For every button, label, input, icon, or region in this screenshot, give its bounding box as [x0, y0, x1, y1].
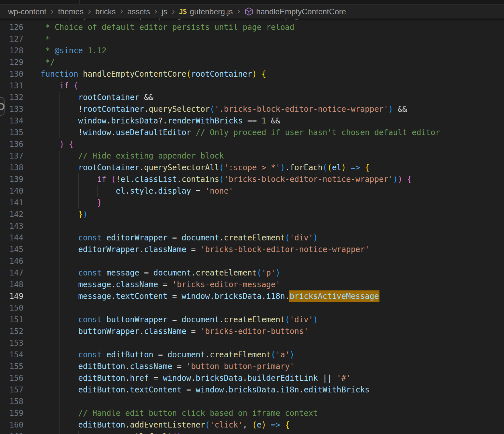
line-number[interactable]: 146: [0, 255, 23, 267]
code-line[interactable]: 139 if (!el.classList.contains('bricks-b…: [0, 173, 504, 185]
line-number[interactable]: 128: [0, 45, 23, 57]
code-editor[interactable]: 125 * Displays a notice prompting the us…: [0, 0, 504, 434]
code-line[interactable]: 134 window.bricksData?.renderWithBricks …: [0, 115, 504, 127]
line-number[interactable]: 150: [0, 302, 23, 314]
chevron-right-icon: [86, 9, 92, 15]
line-number[interactable]: 129: [0, 57, 23, 68]
chevron-right-icon: [49, 9, 55, 15]
line-number[interactable]: 144: [0, 232, 23, 244]
indent-guide: [60, 396, 60, 407]
line-number[interactable]: 153: [0, 337, 23, 349]
line-number[interactable]: 136: [0, 138, 23, 150]
code-line[interactable]: 127 *: [0, 33, 504, 45]
code-line[interactable]: 155 editButton.className = 'button butto…: [0, 361, 504, 372]
code-line[interactable]: 160 editButton.addEventListener('click',…: [0, 419, 504, 431]
code-line[interactable]: 131 if (: [0, 80, 504, 92]
line-number[interactable]: 149: [0, 290, 23, 302]
line-number[interactable]: 156: [0, 372, 23, 384]
floating-widget[interactable]: [0, 97, 5, 116]
code-text: editButton.className = 'button button-pr…: [41, 361, 294, 372]
indent-guide: [60, 220, 60, 232]
breadcrumb: wp-contentthemesbricksassetsjsJSgutenber…: [0, 5, 504, 19]
code-text: editButton.href = window.bricksData.buil…: [41, 372, 351, 384]
line-number[interactable]: 148: [0, 279, 23, 290]
line-number[interactable]: 161: [0, 431, 23, 434]
chevron-right-icon: [170, 9, 176, 15]
line-number[interactable]: 126: [0, 21, 23, 33]
code-line[interactable]: 159 // Handle edit button click based on…: [0, 407, 504, 419]
line-number[interactable]: 141: [0, 197, 23, 209]
code-text: const editorWrapper = document.createEle…: [41, 232, 318, 244]
code-line[interactable]: 138 rootContainer.querySelectorAll(':sco…: [0, 162, 504, 173]
line-number[interactable]: 138: [0, 162, 23, 173]
breadcrumb-item-bricks[interactable]: bricks: [95, 7, 116, 16]
code-line[interactable]: 130function handleEmptyContentCore(rootC…: [0, 68, 504, 80]
code-line[interactable]: 150: [0, 302, 504, 314]
code-line[interactable]: 141 }: [0, 197, 504, 209]
code-line[interactable]: 157 editButton.textContent = window.bric…: [0, 384, 504, 396]
breadcrumb-item-file[interactable]: gutenberg.js: [190, 7, 233, 16]
code-line[interactable]: 147 const message = document.createEleme…: [0, 267, 504, 279]
code-line[interactable]: 140 el.style.display = 'none': [0, 185, 504, 197]
line-number[interactable]: 151: [0, 314, 23, 326]
code-line[interactable]: 145 editorWrapper.className = 'bricks-bl…: [0, 244, 504, 255]
line-number[interactable]: 145: [0, 244, 23, 255]
line-number[interactable]: 131: [0, 80, 23, 92]
code-line[interactable]: 152 buttonWrapper.className = 'bricks-ed…: [0, 326, 504, 337]
code-line[interactable]: 133 !rootContainer.querySelector('.brick…: [0, 103, 504, 115]
code-text: // Hide existing appender block: [41, 150, 224, 162]
code-text: editorWrapper.className = 'bricks-block-…: [41, 244, 369, 255]
line-number[interactable]: 152: [0, 326, 23, 337]
code-line[interactable]: 151 const buttonWrapper = document.creat…: [0, 314, 504, 326]
line-number[interactable]: 143: [0, 220, 23, 232]
line-number[interactable]: 157: [0, 384, 23, 396]
code-text: ) {: [41, 138, 73, 150]
line-number[interactable]: 135: [0, 127, 23, 138]
line-number[interactable]: 130: [0, 68, 23, 80]
breadcrumb-item-symbol[interactable]: handleEmptyContentCore: [256, 7, 346, 16]
code-line[interactable]: 126 * Choice of default editor persists …: [0, 21, 504, 33]
code-line[interactable]: 137 // Hide existing appender block: [0, 150, 504, 162]
line-number[interactable]: 147: [0, 267, 23, 279]
code-line[interactable]: 146: [0, 255, 504, 267]
code-line[interactable]: 144 const editorWrapper = document.creat…: [0, 232, 504, 244]
code-line[interactable]: 148 message.className = 'bricks-editor-m…: [0, 279, 504, 290]
code-text: if (!el.classList.contains('bricks-block…: [41, 173, 412, 185]
code-line[interactable]: 128 * @since 1.12: [0, 45, 504, 57]
code-text: function handleEmptyContentCore(rootCont…: [41, 68, 266, 80]
line-number[interactable]: 127: [0, 33, 23, 45]
chevron-right-icon: [119, 9, 125, 15]
code-line[interactable]: 129 */: [0, 57, 504, 68]
code-line[interactable]: 149 message.textContent = window.bricksD…: [0, 290, 504, 302]
js-file-icon: JS: [179, 8, 187, 16]
code-text: editButton.addEventListener('click', (e)…: [41, 419, 290, 431]
code-line[interactable]: 132 rootContainer &&: [0, 92, 504, 103]
line-number[interactable]: 155: [0, 361, 23, 372]
code-line[interactable]: 154 const editButton = document.createEl…: [0, 349, 504, 361]
line-number[interactable]: 139: [0, 173, 23, 185]
code-line[interactable]: 142 }): [0, 209, 504, 220]
code-text: message.textContent = window.bricksData.…: [41, 290, 379, 302]
breadcrumb-item-wp-content[interactable]: wp-content: [8, 7, 46, 16]
code-line[interactable]: 158: [0, 396, 504, 407]
code-line[interactable]: 143: [0, 220, 504, 232]
code-text: if (: [41, 80, 78, 92]
breadcrumb-item-js[interactable]: js: [162, 7, 167, 16]
code-line[interactable]: 161 e.preventDefault(): [0, 431, 504, 434]
code-line[interactable]: 153: [0, 337, 504, 349]
line-number[interactable]: 158: [0, 396, 23, 407]
breadcrumb-item-themes[interactable]: themes: [58, 7, 84, 16]
breadcrumb-item-assets[interactable]: assets: [127, 7, 150, 16]
code-line[interactable]: 156 editButton.href = window.bricksData.…: [0, 372, 504, 384]
code-line[interactable]: 135 !window.useDefaultEditor // Only pro…: [0, 127, 504, 138]
indent-guide: [41, 255, 41, 267]
line-number[interactable]: 140: [0, 185, 23, 197]
code-line[interactable]: 136 ) {: [0, 138, 504, 150]
line-number[interactable]: 154: [0, 349, 23, 361]
code-text: const editButton = document.createElemen…: [41, 349, 294, 361]
line-number[interactable]: 134: [0, 115, 23, 127]
line-number[interactable]: 160: [0, 419, 23, 431]
line-number[interactable]: 137: [0, 150, 23, 162]
line-number[interactable]: 142: [0, 209, 23, 220]
line-number[interactable]: 159: [0, 407, 23, 419]
